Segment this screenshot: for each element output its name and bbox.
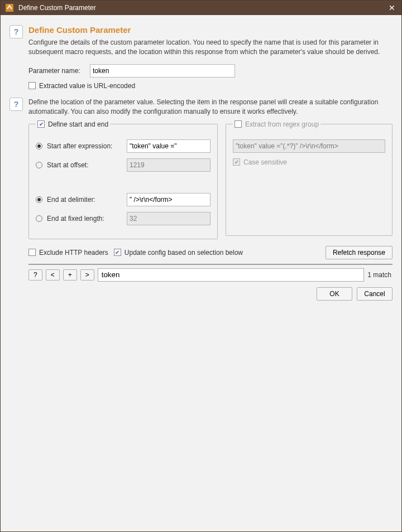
start-after-expression-input[interactable]	[127, 139, 210, 153]
section-desc: Configure the details of the custom para…	[28, 38, 393, 57]
match-count: 1 match	[367, 271, 393, 279]
define-custom-parameter-window: Define Custom Parameter ✕ ? Define Custo…	[0, 0, 402, 532]
search-prev-button[interactable]: <	[46, 269, 60, 280]
refetch-response-button[interactable]: Refetch response	[326, 246, 393, 259]
window-title: Define Custom Parameter	[18, 4, 387, 12]
extract-regex-fieldset: Extract from regex group Case sensitive	[226, 120, 393, 236]
ok-button[interactable]: OK	[317, 287, 352, 301]
cancel-button[interactable]: Cancel	[357, 287, 393, 301]
titlebar[interactable]: Define Custom Parameter ✕	[1, 1, 401, 15]
param-name-input[interactable]	[90, 64, 235, 78]
content-area: ? Define Custom Parameter Configure the …	[1, 15, 401, 531]
app-icon	[5, 3, 14, 12]
param-name-label: Parameter name:	[28, 67, 90, 75]
extract-regex-legend: Extract from regex group	[245, 120, 319, 128]
update-config-label: Update config based on selection below	[125, 249, 243, 257]
case-sensitive-checkbox[interactable]	[233, 158, 240, 166]
url-encoded-checkbox[interactable]	[28, 82, 36, 89]
exclude-http-headers-label: Exclude HTTP headers	[39, 249, 108, 257]
end-at-delimiter-radio[interactable]	[36, 196, 42, 203]
extract-regex-checkbox[interactable]	[234, 120, 242, 128]
case-sensitive-label: Case sensitive	[243, 158, 287, 166]
end-at-delimiter-label: End at delimiter:	[47, 196, 122, 204]
search-input[interactable]	[98, 268, 365, 282]
search-next-button[interactable]: >	[80, 269, 94, 280]
end-at-fixed-length-radio[interactable]	[36, 215, 42, 222]
end-at-delimiter-input[interactable]	[127, 193, 210, 206]
section-title: Define Custom Parameter	[28, 25, 393, 35]
response-panel[interactable]: <title>暴力破解测试页面</title> <link rel="style…	[28, 264, 393, 265]
help-icon[interactable]: ?	[9, 25, 23, 38]
search-help-button[interactable]: ?	[28, 269, 42, 280]
start-at-offset-radio[interactable]	[36, 162, 42, 168]
exclude-http-headers-checkbox[interactable]	[28, 249, 36, 256]
location-desc: Define the location of the parameter val…	[28, 98, 393, 117]
define-start-end-fieldset: Define start and end Start after express…	[28, 120, 218, 239]
search-add-button[interactable]: +	[63, 269, 77, 280]
response-content[interactable]: <title>暴力破解测试页面</title> <link rel="style…	[29, 264, 392, 265]
update-config-checkbox[interactable]	[114, 249, 121, 256]
close-icon[interactable]: ✕	[387, 3, 397, 12]
end-at-fixed-length-input[interactable]	[127, 212, 210, 225]
define-start-end-checkbox[interactable]	[37, 120, 45, 128]
end-at-fixed-length-label: End at fixed length:	[47, 215, 122, 223]
start-after-expression-label: Start after expression:	[47, 142, 122, 150]
start-at-offset-label: Start at offset:	[47, 161, 122, 169]
start-at-offset-input[interactable]	[127, 158, 210, 172]
help-icon[interactable]: ?	[9, 98, 23, 111]
define-start-end-legend: Define start and end	[48, 120, 108, 128]
start-after-expression-radio[interactable]	[36, 143, 42, 149]
regex-input[interactable]	[233, 139, 385, 153]
url-encoded-label: Extracted value is URL-encoded	[39, 82, 135, 90]
